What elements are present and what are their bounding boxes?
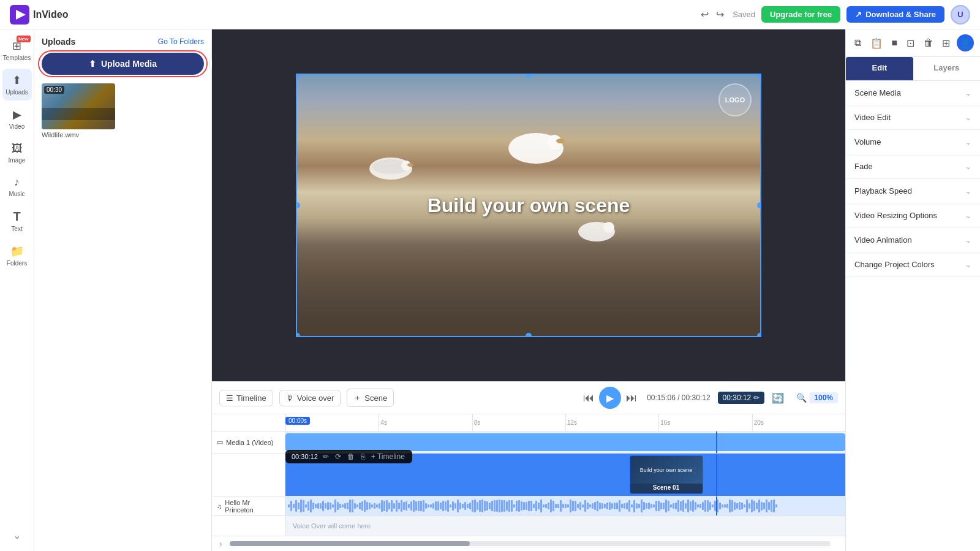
option-video-animation[interactable]: Video Animation ⌄ xyxy=(846,228,980,253)
waveform-bar xyxy=(521,501,522,511)
tooltip-edit-button[interactable]: ✏ xyxy=(322,452,330,461)
handle-bottom-center[interactable] xyxy=(526,333,532,337)
waveform-bar xyxy=(690,501,692,511)
tooltip-refresh-button[interactable]: ⟳ xyxy=(334,452,342,461)
undo-button[interactable]: ↩ xyxy=(698,6,711,23)
waveform-bar xyxy=(474,500,476,512)
upgrade-button[interactable]: Upgrade for free xyxy=(761,6,840,23)
scene-thumb-text: Build your own scene xyxy=(640,467,693,473)
sidebar-item-folders[interactable]: 📁 Folders xyxy=(2,240,32,272)
tooltip-delete-button[interactable]: 🗑 xyxy=(346,452,356,461)
video-preview: Build your own scene LOGO xyxy=(212,29,845,381)
logo-text: LOGO xyxy=(725,96,745,104)
uploads-header: Uploads Go To Folders xyxy=(42,37,204,47)
voiceover-placeholder-text: Voice Over will come here xyxy=(293,522,371,530)
download-button[interactable]: ↗ Download & Share xyxy=(846,6,944,23)
video-canvas[interactable]: Build your own scene LOGO xyxy=(296,74,761,337)
option-fade[interactable]: Fade ⌄ xyxy=(846,154,980,179)
tab-layers[interactable]: Layers xyxy=(913,57,981,80)
waveform-bar xyxy=(619,500,620,512)
user-button[interactable]: 👤 xyxy=(957,34,974,51)
waveform-bar xyxy=(744,504,745,507)
waveform-bar xyxy=(526,502,527,509)
paste-frame-button[interactable]: 📋 xyxy=(868,35,885,51)
media-thumbnail-item[interactable]: 00:30 Wildlife.wmv xyxy=(42,83,115,139)
fill-color-button[interactable]: ■ xyxy=(889,35,900,51)
waveform-bar xyxy=(518,500,520,512)
waveform-bar xyxy=(450,504,451,507)
play-button[interactable]: ▶ xyxy=(599,387,621,409)
waveform-bar xyxy=(592,503,594,509)
zoom-value: 100% xyxy=(809,392,838,403)
crop-button[interactable]: ⊡ xyxy=(904,35,917,51)
handle-top-right[interactable] xyxy=(757,74,761,78)
scroll-right-arrow[interactable]: › xyxy=(219,539,222,549)
waveform-bar xyxy=(702,502,704,510)
option-video-edit[interactable]: Video Edit ⌄ xyxy=(846,105,980,130)
scene-label: Scene xyxy=(364,393,387,403)
sidebar-item-text[interactable]: T Text xyxy=(2,205,32,237)
handle-bottom-right[interactable] xyxy=(757,333,761,337)
sidebar-item-uploads[interactable]: ⬆ Uploads xyxy=(2,69,32,101)
sidebar-item-music[interactable]: ♪ Music xyxy=(2,171,32,202)
waveform-bar xyxy=(572,501,574,511)
video-animation-chevron: ⌄ xyxy=(965,236,971,245)
option-volume[interactable]: Volume ⌄ xyxy=(846,130,980,154)
copy-frame-button[interactable]: ⧉ xyxy=(852,35,864,51)
tooltip-timeline-button[interactable]: + Timeline xyxy=(370,452,406,461)
waveform-bar xyxy=(631,504,633,508)
tab-edit[interactable]: Edit xyxy=(846,57,913,80)
sidebar-item-video[interactable]: ▶ Video xyxy=(2,103,32,135)
voiceover-track-content: Voice Over will come here xyxy=(285,516,845,536)
waveform-bar xyxy=(496,500,498,512)
grid-button[interactable]: ⊞ xyxy=(940,35,952,51)
handle-bottom-left[interactable] xyxy=(296,333,300,337)
timeline-bar: ☰ Timeline 🎙 Voice over ＋ Scene ⏮ ▶ ⏭ 00… xyxy=(212,381,845,414)
ruler-marks: 0s 4s 8s 12s 16s 20s xyxy=(285,414,845,431)
skip-forward-button[interactable]: ⏭ xyxy=(626,392,637,405)
waveform-bar xyxy=(599,503,601,509)
horizontal-scrollbar[interactable] xyxy=(230,541,831,546)
waveform-bar xyxy=(587,503,589,510)
go-to-folders-link[interactable]: Go To Folders xyxy=(158,37,204,46)
sidebar-expand-button[interactable]: ⌄ xyxy=(8,525,26,546)
avatar[interactable]: U xyxy=(951,5,970,25)
option-project-colors[interactable]: Change Project Colors ⌄ xyxy=(846,253,980,277)
waveform-bar xyxy=(459,503,461,509)
waveform-bar xyxy=(457,500,459,512)
waveform-bar xyxy=(415,501,417,511)
center-area: Build your own scene LOGO ☰ xyxy=(212,29,845,551)
waveform-bar xyxy=(437,501,439,510)
waveform-bar xyxy=(673,503,674,508)
skip-back-button[interactable]: ⏮ xyxy=(583,392,594,405)
waveform-bar xyxy=(709,502,711,510)
option-scene-media[interactable]: Scene Media ⌄ xyxy=(846,81,980,105)
waveform-bar xyxy=(374,503,375,509)
sidebar-item-templates[interactable]: New ⊞ Templates xyxy=(2,34,32,66)
audio-track-content[interactable] xyxy=(285,496,845,515)
waveform-bar xyxy=(464,502,466,510)
tooltip-copy-button[interactable]: ⎘ xyxy=(360,452,366,461)
voiceover-tab-button[interactable]: 🎙 Voice over xyxy=(279,390,341,406)
waveform-bar xyxy=(342,504,344,507)
waveform-bar xyxy=(616,503,618,509)
waveform-bar xyxy=(658,501,660,512)
option-playback-speed[interactable]: Playback Speed ⌄ xyxy=(846,179,980,203)
zoom-in-button[interactable]: 🔍 xyxy=(796,393,807,403)
scene-tab-button[interactable]: ＋ Scene xyxy=(347,389,394,407)
waveform-bar xyxy=(768,502,770,510)
sidebar-label-templates: Templates xyxy=(3,55,31,61)
duration-edit-button[interactable]: 00:30:12 ✏ xyxy=(718,392,765,404)
delete-button[interactable]: 🗑 xyxy=(921,35,936,51)
upload-media-button[interactable]: ⬆ Upload Media xyxy=(42,53,204,75)
sidebar-item-image[interactable]: 🖼 Image xyxy=(2,137,32,169)
option-video-resizing[interactable]: Video Resizing Options ⌄ xyxy=(846,203,980,228)
loop-button[interactable]: 🔄 xyxy=(769,390,786,406)
waveform-bar xyxy=(290,501,292,511)
media-grid: 00:30 Wildlife.wmv xyxy=(42,83,204,139)
waveform-bar xyxy=(714,501,716,511)
uploads-panel: Uploads Go To Folders ⬆ Upload Media ‹ 0… xyxy=(34,29,212,551)
handle-middle-right[interactable] xyxy=(757,202,761,208)
redo-button[interactable]: ↪ xyxy=(714,6,726,23)
timeline-tab-button[interactable]: ☰ Timeline xyxy=(219,390,273,406)
